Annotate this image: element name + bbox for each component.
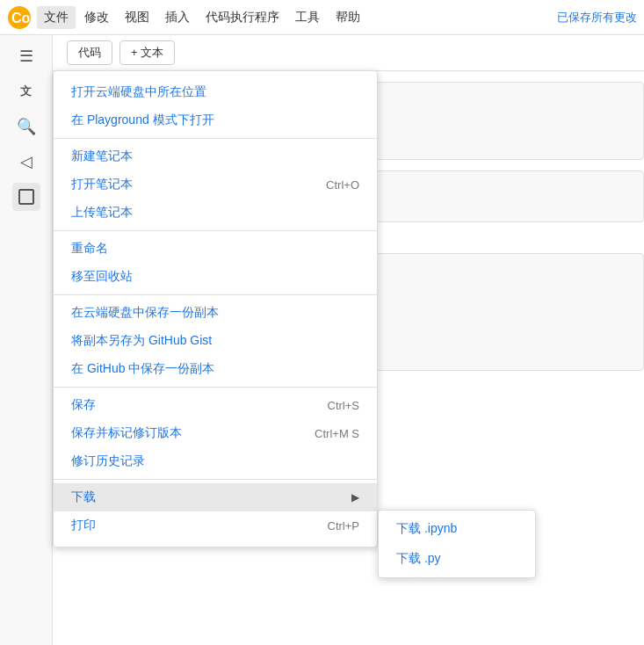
svg-text:Co: Co — [11, 11, 31, 25]
menu-bar: Co 文件 修改 视图 插入 代码执行程序 工具 帮助 已保存所有更改 — [0, 0, 644, 35]
new-notebook-item[interactable]: 新建笔记本 — [54, 142, 377, 170]
notebook-toolbar: 代码 + 文本 — [53, 35, 644, 71]
file-menu-container: 打开云端硬盘中所在位置 在 Playground 模式下打开 新建笔记本 打开笔… — [53, 70, 378, 547]
sidebar-nav-left-icon[interactable]: ◁ — [12, 148, 40, 176]
text-button[interactable]: + 文本 — [119, 40, 175, 65]
saved-status: 已保存所有更改 — [557, 10, 637, 25]
save-copy-drive-item[interactable]: 在云端硬盘中保存一份副本 — [54, 299, 377, 327]
sidebar-menu-icon[interactable]: ☰ — [12, 42, 40, 70]
save-revision-item[interactable]: 保存并标记修订版本 Ctrl+M S — [54, 419, 377, 447]
file-menu-section-4: 在云端硬盘中保存一份副本 将副本另存为 GitHub Gist 在 GitHub… — [54, 295, 377, 388]
print-shortcut: Ctrl+P — [328, 519, 359, 533]
open-notebook-item[interactable]: 打开笔记本 Ctrl+O — [54, 170, 377, 199]
menu-help[interactable]: 帮助 — [329, 6, 367, 29]
file-menu-section-3: 重命名 移至回收站 — [54, 231, 377, 295]
upload-notebook-item[interactable]: 上传笔记本 — [54, 199, 377, 227]
file-menu-section-5: 保存 Ctrl+S 保存并标记修订版本 Ctrl+M S 修订历史记录 — [54, 388, 377, 480]
colab-logo: Co — [7, 5, 32, 30]
sidebar: ☰ 文 🔍 ◁ — [0, 35, 53, 645]
print-item[interactable]: 打印 Ctrl+P — [54, 511, 377, 540]
download-item[interactable]: 下载 ▶ — [54, 483, 377, 511]
download-py-item[interactable]: 下载 .py — [379, 544, 535, 574]
save-item[interactable]: 保存 Ctrl+S — [54, 391, 377, 419]
menu-view[interactable]: 视图 — [118, 6, 156, 29]
revision-history-item[interactable]: 修订历史记录 — [54, 447, 377, 475]
save-revision-shortcut: Ctrl+M S — [315, 427, 359, 440]
sidebar-nav-right-icon[interactable] — [12, 183, 40, 211]
open-in-drive-item[interactable]: 打开云端硬盘中所在位置 — [54, 78, 377, 106]
file-menu-dropdown: 打开云端硬盘中所在位置 在 Playground 模式下打开 新建笔记本 打开笔… — [53, 70, 378, 547]
menu-insert[interactable]: 插入 — [158, 6, 197, 29]
playground-mode-item[interactable]: 在 Playground 模式下打开 — [54, 106, 377, 134]
save-shortcut: Ctrl+S — [328, 399, 359, 412]
file-menu-section-1: 打开云端硬盘中所在位置 在 Playground 模式下打开 — [54, 75, 377, 139]
trash-item[interactable]: 移至回收站 — [54, 263, 377, 291]
code-button[interactable]: 代码 — [67, 40, 112, 65]
menu-tools[interactable]: 工具 — [288, 6, 327, 29]
menu-file[interactable]: 文件 — [37, 6, 76, 29]
sidebar-text-icon[interactable]: 文 — [12, 77, 40, 105]
download-submenu: 下载 .ipynb 下载 .py — [378, 510, 536, 578]
save-gist-item[interactable]: 将副本另存为 GitHub Gist — [54, 327, 377, 355]
file-menu-section-2: 新建笔记本 打开笔记本 Ctrl+O 上传笔记本 — [54, 139, 377, 231]
save-github-item[interactable]: 在 GitHub 中保存一份副本 — [54, 355, 377, 383]
sidebar-search-icon[interactable]: 🔍 — [12, 112, 40, 141]
open-shortcut: Ctrl+O — [326, 178, 359, 192]
file-menu-section-6: 下载 ▶ 打印 Ctrl+P — [54, 480, 377, 543]
download-ipynb-item[interactable]: 下载 .ipynb — [379, 514, 535, 544]
menu-edit[interactable]: 修改 — [77, 6, 116, 29]
rename-item[interactable]: 重命名 — [54, 235, 377, 263]
menu-runtime[interactable]: 代码执行程序 — [199, 6, 286, 29]
download-arrow-icon: ▶ — [351, 491, 359, 504]
main-content: ☰ 文 🔍 ◁ 代码 + 文本 ▶ # python notebook for … — [0, 35, 644, 645]
